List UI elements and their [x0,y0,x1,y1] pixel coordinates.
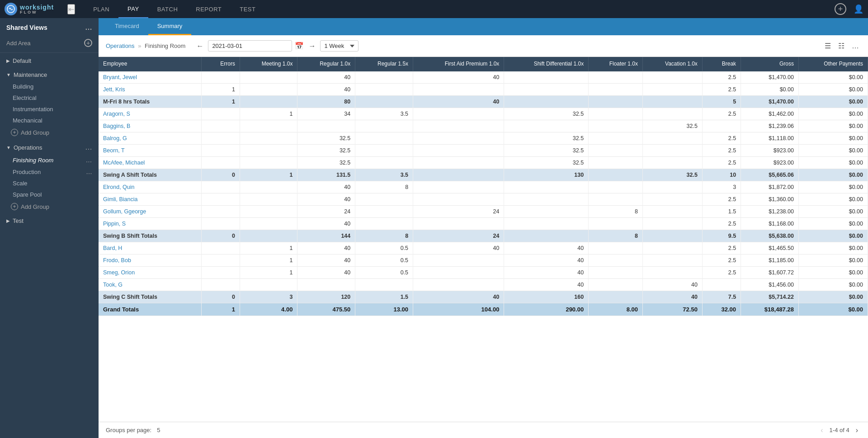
nav-tab-plan[interactable]: PLAN [84,0,118,18]
table-cell [504,181,589,193]
sidebar-group-default-header[interactable]: ▶ Default [0,55,99,67]
table-cell[interactable]: Bryant, Jewel [99,71,201,84]
subtotal-cell [643,95,703,108]
nav-tab-test[interactable]: TEST [231,0,264,18]
logo-text: worksight FLOW [20,4,54,14]
subtotal-row: Swing B Shift Totals014482489.5$5,638.00… [99,230,868,242]
table-row: Gimli, Biancia402.5$1,360.00$0.00 [99,193,868,205]
sidebar-group-maintenance-header[interactable]: ▼ Maintenance [0,69,99,81]
nav-tab-pay[interactable]: PAY [118,0,148,18]
table-cell [643,181,703,193]
table-cell[interactable]: Frodo, Bob [99,254,201,266]
date-input[interactable] [208,40,292,52]
table-cell: 2.5 [702,217,741,230]
table-cell[interactable]: Smeg, Orion [99,266,201,278]
table-cell [413,156,504,169]
table-cell [589,156,643,169]
table-cell: 1 [240,242,297,254]
table-cell [355,217,413,230]
table-cell[interactable]: Aragorn, S [99,108,201,120]
table-cell [504,71,589,84]
sidebar-group-operations-header[interactable]: ▼ Operations … [0,141,99,154]
period-select[interactable]: 1 Week 2 Weeks 4 Weeks [320,40,359,52]
table-cell[interactable]: Gollum, Ggeorge [99,205,201,217]
add-area-btn[interactable]: Add Area + [0,35,99,51]
nav-tab-batch[interactable]: BATCH [148,0,187,18]
table-cell: $0.00 [741,83,799,95]
table-cell[interactable]: Elrond, Quin [99,181,201,193]
calendar-icon[interactable]: 📅 [295,42,304,50]
shared-views-dots[interactable]: … [85,24,92,32]
table-row: Smeg, Orion1400.5402.5$1,607.72$0.00 [99,266,868,278]
table-cell: $0.00 [798,83,868,95]
table-cell[interactable]: McAfee, Michael [99,156,201,169]
table-cell[interactable]: Bard, H [99,242,201,254]
table-cell: $0.00 [798,205,868,217]
table-cell [589,217,643,230]
table-cell: 2.5 [702,108,741,120]
subtotal-cell: 9.5 [702,230,741,242]
table-cell: 2.5 [702,254,741,266]
filter-btn[interactable]: ☰ [823,40,833,52]
table-cell [240,71,297,84]
page-next-btn[interactable]: › [853,425,861,435]
table-cell[interactable]: Gimli, Biancia [99,193,201,205]
tab-timecard[interactable]: Timecard [106,18,148,35]
more-btn[interactable]: … [850,40,861,52]
subtotal-cell [643,230,703,242]
sidebar-item-instrumentation[interactable]: Instrumentation [0,104,99,115]
arrow-down-icon-ops: ▼ [6,145,11,150]
table-cell[interactable]: Beorn, T [99,144,201,156]
grand-total-cell: $18,487.28 [741,303,799,316]
subtotal-cell: 0 [201,169,240,181]
page-prev-btn[interactable]: ‹ [818,425,826,435]
arrow-down-icon: ▼ [6,72,11,77]
production-dots[interactable]: … [86,168,92,175]
table-cell[interactable]: Took, G [99,278,201,291]
subtotal-cell: 10 [702,169,741,181]
subtotal-cell [240,95,297,108]
table-cell [201,254,240,266]
table-cell[interactable]: Jett, Kris [99,83,201,95]
date-prev-btn[interactable]: ← [194,41,205,51]
table-cell: $0.00 [798,181,868,193]
col-floater: Floater 1.0x [589,57,643,71]
sidebar-item-spare-pool[interactable]: Spare Pool [0,189,99,200]
date-next-btn[interactable]: → [307,41,317,51]
sidebar-item-finishing-room[interactable]: Finishing Room … [0,154,99,166]
sidebar-collapse-btn[interactable]: ⇤ [67,4,75,14]
add-icon[interactable]: + [835,3,846,15]
user-icon[interactable]: 👤 [854,4,863,14]
table-cell [643,108,703,120]
operations-dots[interactable]: … [85,143,92,151]
sidebar-item-scale[interactable]: Scale [0,178,99,189]
finishing-room-dots[interactable]: … [86,156,92,164]
nav-tab-report[interactable]: REPORT [187,0,231,18]
table-cell[interactable]: Baggins, B [99,120,201,132]
grand-total-cell: $0.00 [798,303,868,316]
subtotal-cell: 1 [240,169,297,181]
sidebar-group-test-header[interactable]: ▶ Test [0,215,99,227]
table-cell[interactable]: Pippin, S [99,217,201,230]
subtotal-cell: 130 [504,169,589,181]
table-cell [413,144,504,156]
tab-summary[interactable]: Summary [148,18,192,35]
table-cell [589,242,643,254]
add-group-operations[interactable]: + Add Group [0,200,99,213]
content-area: Timecard Summary Operations » Finishing … [99,18,868,438]
table-cell [297,120,355,132]
breadcrumb-parent[interactable]: Operations [106,42,135,49]
table-cell: 1 [240,254,297,266]
grid-btn[interactable]: ☷ [836,40,846,52]
table-cell[interactable]: Balrog, G [99,132,201,144]
sidebar-item-production[interactable]: Production … [0,166,99,178]
table-cell [240,144,297,156]
table-cell: 40 [504,254,589,266]
sidebar-item-mechanical[interactable]: Mechanical [0,115,99,126]
add-group-maintenance[interactable]: + Add Group [0,126,99,139]
sidebar-item-electrical[interactable]: Electrical [0,92,99,104]
subtotal-cell [413,169,504,181]
sidebar-item-building[interactable]: Building [0,81,99,92]
table-cell [201,266,240,278]
grand-total-cell: 8.00 [589,303,643,316]
